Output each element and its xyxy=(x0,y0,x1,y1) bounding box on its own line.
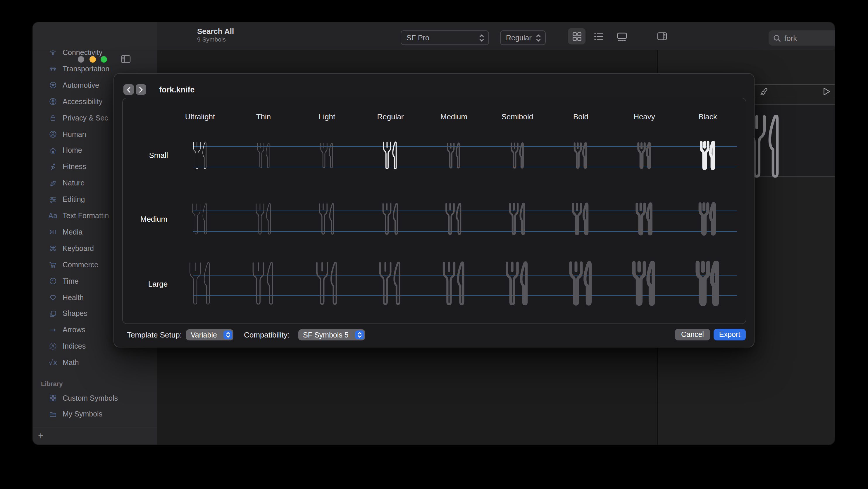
variant-glyph-medium-heavy[interactable] xyxy=(632,203,656,236)
weight-header-bold: Bold xyxy=(549,112,613,121)
chevron-left-icon xyxy=(126,86,131,93)
animate-tab[interactable] xyxy=(796,85,835,98)
fork-knife-glyph-icon xyxy=(632,203,656,236)
fork-knife-glyph-icon xyxy=(374,261,407,307)
variant-glyph-large-black[interactable] xyxy=(691,261,724,307)
sidebar-item-label: Text Formattin xyxy=(63,212,109,220)
variant-glyph-medium-black[interactable] xyxy=(696,203,720,236)
sidebar-item-label: Keyboard xyxy=(63,245,94,253)
sidebar-item-label: Health xyxy=(63,293,84,302)
variant-glyph-small-bold[interactable] xyxy=(571,142,590,169)
size-label-large: Large xyxy=(134,279,181,288)
view-buttons-divider xyxy=(611,30,611,42)
search-field[interactable]: fork xyxy=(769,30,835,45)
toolbar: Search All 9 Symbols SF Pro Regular xyxy=(33,22,835,50)
add-library-button[interactable]: + xyxy=(38,430,43,441)
fork-knife-glyph-icon xyxy=(564,261,597,307)
leaf-icon xyxy=(49,179,57,187)
updown-chevrons-icon xyxy=(536,34,541,42)
variant-glyph-medium-ultralight[interactable] xyxy=(188,203,212,236)
fork-knife-glyph-icon xyxy=(501,261,534,307)
sidebar-item-my-symbols[interactable]: My Symbols xyxy=(33,406,157,422)
size-label-medium: Medium xyxy=(130,215,177,223)
fork-knife-glyph-icon xyxy=(311,261,344,307)
fork-knife-glyph-icon xyxy=(184,261,217,307)
fork-knife-glyph-icon xyxy=(378,203,403,236)
weight-header-light: Light xyxy=(295,112,359,121)
chevron-right-icon xyxy=(138,86,143,93)
fork-knife-glyph-icon xyxy=(189,141,211,171)
fork-knife-glyph-icon xyxy=(628,261,661,307)
fork-knife-glyph-icon xyxy=(253,142,273,169)
font-dropdown[interactable]: SF Pro xyxy=(401,30,489,45)
inspector-toggle-button[interactable] xyxy=(653,28,671,44)
variant-glyph-small-black[interactable] xyxy=(697,141,718,171)
variant-glyph-large-heavy[interactable] xyxy=(628,261,661,307)
variant-glyph-large-medium[interactable] xyxy=(437,261,470,307)
variant-glyph-large-light[interactable] xyxy=(311,261,344,307)
weight-dropdown-value: Regular xyxy=(506,34,532,42)
variant-glyph-small-regular[interactable] xyxy=(380,141,401,171)
variant-glyph-large-thin[interactable] xyxy=(247,261,280,307)
back-button[interactable] xyxy=(123,84,134,95)
compatibility-popup[interactable]: SF Symbols 5 xyxy=(298,329,365,340)
page-title: Search All xyxy=(197,28,234,36)
zoom-button[interactable] xyxy=(101,56,107,63)
gallery-view-button[interactable] xyxy=(613,28,630,44)
variant-glyph-small-heavy[interactable] xyxy=(634,142,654,169)
variant-glyph-large-semibold[interactable] xyxy=(501,261,534,307)
list-view-button[interactable] xyxy=(590,28,607,44)
search-value: fork xyxy=(784,34,835,42)
sidebar-item-label: Indices xyxy=(63,342,86,350)
variant-glyph-large-ultralight[interactable] xyxy=(184,261,217,307)
animate-tab-icon xyxy=(823,87,831,96)
variant-glyph-small-light[interactable] xyxy=(317,142,337,169)
variant-glyph-small-ultralight[interactable] xyxy=(189,141,211,171)
template-setup-popup[interactable]: Variable xyxy=(186,329,234,340)
sidebar-item-label: Privacy & Sec xyxy=(63,114,108,122)
sidebar-item-label: Commerce xyxy=(63,261,98,269)
cancel-button[interactable]: Cancel xyxy=(675,329,710,340)
steering-wheel-icon xyxy=(49,81,57,90)
gallery-view-icon xyxy=(616,31,627,41)
variant-glyph-large-bold[interactable] xyxy=(564,261,597,307)
variant-glyph-medium-thin[interactable] xyxy=(251,203,276,236)
sidebar-item-label: Transportation xyxy=(63,65,110,73)
variant-glyph-medium-medium[interactable] xyxy=(442,203,466,236)
dialog-title: fork.knife xyxy=(159,85,195,94)
fork-knife-glyph-icon xyxy=(696,203,720,236)
variant-glyph-medium-semibold[interactable] xyxy=(505,203,530,236)
sidebar-item-math[interactable]: √xMath xyxy=(33,355,157,371)
sidebar-toggle-icon[interactable] xyxy=(121,54,131,66)
weight-header-thin: Thin xyxy=(231,112,296,121)
export-button[interactable]: Export xyxy=(714,329,746,340)
results-count: 9 Symbols xyxy=(197,36,234,43)
fork-knife-glyph-icon xyxy=(380,141,401,171)
weight-dropdown[interactable]: Regular xyxy=(500,30,546,45)
variant-glyph-medium-light[interactable] xyxy=(315,203,339,236)
variant-glyph-medium-regular[interactable] xyxy=(378,203,403,236)
runner-icon xyxy=(49,163,57,172)
weight-header-semibold: Semibold xyxy=(485,112,550,121)
variant-glyph-large-regular[interactable] xyxy=(374,261,407,307)
sliders-icon xyxy=(49,195,57,204)
fork-knife-glyph-icon xyxy=(691,261,724,307)
sidebar-item-custom-symbols[interactable]: Custom Symbols xyxy=(33,390,157,406)
updown-chevrons-icon xyxy=(479,34,484,42)
variant-glyph-medium-bold[interactable] xyxy=(569,203,593,236)
minimize-button[interactable] xyxy=(89,56,96,63)
arrow-icon: → xyxy=(49,326,57,334)
variants-grid-panel: UltralightThinLightRegularMediumSemibold… xyxy=(122,98,746,324)
library-section-header: Library xyxy=(41,380,63,387)
inspector-toggle-icon xyxy=(657,32,668,41)
variant-glyph-small-thin[interactable] xyxy=(253,142,273,169)
variant-glyph-small-semibold[interactable] xyxy=(507,142,527,169)
forward-button[interactable] xyxy=(136,84,146,95)
toolbar-sidebar-section xyxy=(33,22,157,50)
house-icon xyxy=(49,146,57,155)
fork-knife-glyph-icon xyxy=(444,142,464,169)
grid-view-button[interactable] xyxy=(568,28,586,44)
variant-glyph-small-medium[interactable] xyxy=(444,142,464,169)
circle-a-icon: Ⓐ xyxy=(49,341,57,351)
close-button[interactable] xyxy=(78,56,84,63)
